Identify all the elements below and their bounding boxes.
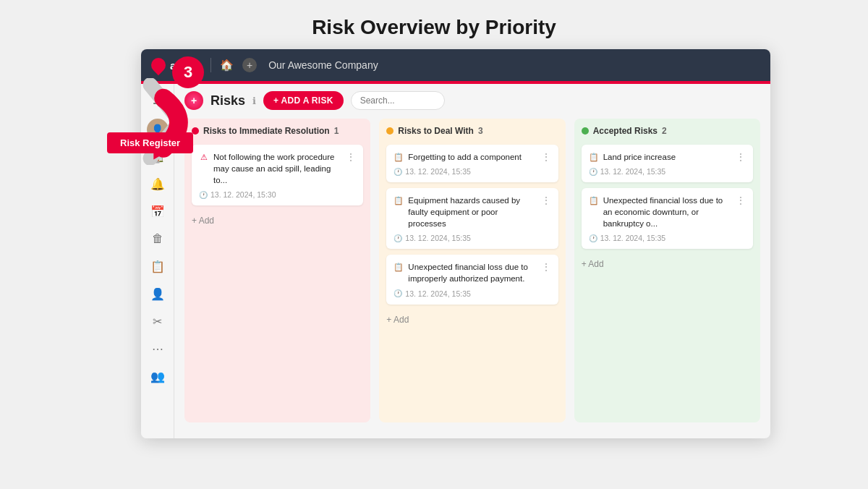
card-text: Forgetting to add a component	[408, 151, 533, 163]
calendar-icon: 📋	[589, 195, 599, 205]
col-header-immediate: Risks to Immediate Resolution 1	[192, 126, 363, 136]
risk-card: 📋 Land price increase ⋮ 🕐 13. 12. 2024, …	[582, 145, 753, 182]
add-button-accepted[interactable]: + Add	[582, 256, 753, 272]
kanban-board: Risks to Immediate Resolution 1 ⚠ Not fo…	[184, 119, 760, 422]
clock-icon: 🕐	[589, 234, 597, 242]
add-button-deal[interactable]: + Add	[386, 312, 558, 328]
col-dot-accepted	[582, 127, 589, 135]
risk-card: 📋 Equipment hazards caused by faulty equ…	[386, 188, 558, 249]
timestamp-text: 13. 12. 2024, 15:35	[405, 234, 471, 242]
card-menu-icon[interactable]: ⋮	[541, 151, 551, 163]
calendar-icon: 📋	[393, 262, 404, 272]
col-count-deal: 3	[478, 126, 483, 136]
card-timestamp: 🕐 13. 12. 2024, 15:35	[589, 234, 746, 242]
calendar-icon: 📋	[393, 152, 404, 162]
card-text: Unexpected financial loss due to an econ…	[603, 195, 728, 229]
sidebar-item-scissors[interactable]: ✂	[146, 310, 169, 333]
add-risk-button[interactable]: + ADD A RISK	[263, 91, 344, 110]
col-title-accepted: Accepted Risks	[593, 126, 658, 136]
card-text: Equipment hazards caused by faulty equip…	[408, 195, 533, 229]
page-title: Risk Overview by Priority	[0, 0, 868, 49]
timestamp-text: 13. 12. 2024, 15:30	[210, 190, 276, 199]
column-accepted: Accepted Risks 2 📋 Land price increase ⋮	[574, 119, 760, 422]
card-header: 📋 Forgetting to add a component ⋮	[393, 151, 550, 163]
main-content: Risks ℹ + ADD A RISK Risks to Immediate …	[174, 84, 770, 438]
col-count-accepted: 2	[662, 126, 667, 136]
column-immediate: Risks to Immediate Resolution 1 ⚠ Not fo…	[184, 119, 370, 422]
risk-card: 📋 Forgetting to add a component ⋮ 🕐 13. …	[386, 145, 558, 182]
card-header: 📋 Land price increase ⋮	[589, 151, 746, 163]
home-nav-icon[interactable]: 🏠	[220, 59, 234, 72]
calendar-icon: 📋	[393, 195, 404, 205]
navbar: aptien 🏠 + Our Awesome Company	[141, 49, 770, 81]
app-window: aptien 🏠 + Our Awesome Company ➜ 👤 🏠 🔔 📅…	[141, 49, 770, 438]
card-text: Not following the work procedure may cau…	[213, 151, 339, 186]
nav-divider	[210, 58, 211, 72]
sidebar-item-trash[interactable]: 🗑	[146, 227, 169, 250]
card-header: 📋 Unexpected financial loss due to an ec…	[589, 195, 746, 229]
risk-card: 📋 Unexpected financial loss due to impro…	[386, 255, 558, 304]
risks-title: Risks	[210, 93, 245, 109]
column-deal: Risks to Deal With 3 📋 Forgetting to add…	[379, 119, 565, 422]
search-input[interactable]	[351, 91, 445, 110]
clock-icon: 🕐	[393, 289, 402, 297]
sidebar-item-more[interactable]: ⋯	[146, 337, 169, 360]
card-timestamp: 🕐 13. 12. 2024, 15:35	[393, 289, 550, 298]
card-timestamp: 🕐 13. 12. 2024, 15:35	[393, 167, 550, 176]
card-menu-icon[interactable]: ⋮	[346, 151, 356, 163]
risks-info-icon: ℹ	[252, 95, 256, 106]
card-header: 📋 Unexpected financial loss due to impro…	[393, 261, 550, 284]
col-title-deal: Risks to Deal With	[398, 126, 474, 136]
clock-icon: 🕐	[199, 191, 208, 199]
sidebar-item-calendar[interactable]: 📅	[146, 200, 169, 223]
card-header: 📋 Equipment hazards caused by faulty equ…	[393, 195, 550, 229]
sidebar-item-clipboard[interactable]: 📋	[146, 255, 169, 278]
card-timestamp: 🕐 13. 12. 2024, 15:30	[199, 190, 356, 199]
add-button-immediate[interactable]: + Add	[192, 213, 363, 229]
clock-icon: 🕐	[589, 168, 597, 176]
timestamp-text: 13. 12. 2024, 15:35	[600, 167, 666, 176]
card-timestamp: 🕐 13. 12. 2024, 15:35	[589, 167, 746, 176]
risk-register-label: Risk Register	[107, 132, 193, 153]
col-count-immediate: 1	[334, 126, 339, 136]
card-menu-icon[interactable]: ⋮	[541, 261, 551, 273]
timestamp-text: 13. 12. 2024, 15:35	[405, 167, 471, 176]
company-name: Our Awesome Company	[268, 59, 378, 71]
sidebar-item-person[interactable]: 👤	[146, 282, 169, 305]
col-dot-deal	[386, 127, 393, 135]
risk-card: ⚠ Not following the work procedure may c…	[192, 145, 363, 205]
risks-header: Risks ℹ + ADD A RISK	[184, 91, 760, 110]
content-area: ➜ 👤 🏠 🔔 📅 🗑 📋 👤 ✂ ⋯ 👥 Risks ℹ	[141, 84, 770, 438]
sidebar-item-people[interactable]: 👥	[146, 365, 169, 388]
timestamp-text: 13. 12. 2024, 15:35	[600, 234, 666, 242]
card-menu-icon[interactable]: ⋮	[541, 195, 551, 206]
risk-card: 📋 Unexpected financial loss due to an ec…	[582, 188, 753, 249]
clock-icon: 🕐	[393, 168, 402, 176]
card-text: Land price increase	[603, 151, 728, 163]
card-menu-icon[interactable]: ⋮	[736, 195, 746, 206]
logo-icon	[148, 55, 169, 75]
col-header-accepted: Accepted Risks 2	[582, 126, 753, 136]
add-nav-button[interactable]: +	[242, 58, 257, 72]
card-text: Unexpected financial loss due to imprope…	[408, 261, 533, 284]
clock-icon: 🕐	[393, 234, 402, 242]
calendar-icon: 📋	[589, 152, 599, 162]
col-title-immediate: Risks to Immediate Resolution	[203, 126, 330, 136]
timestamp-text: 13. 12. 2024, 15:35	[405, 289, 471, 298]
card-menu-icon[interactable]: ⋮	[736, 151, 746, 163]
sidebar-item-bell[interactable]: 🔔	[146, 172, 169, 195]
card-timestamp: 🕐 13. 12. 2024, 15:35	[393, 234, 550, 242]
col-header-deal: Risks to Deal With 3	[386, 126, 558, 136]
card-header: ⚠ Not following the work procedure may c…	[199, 151, 356, 186]
step-badge: 3	[172, 56, 204, 88]
